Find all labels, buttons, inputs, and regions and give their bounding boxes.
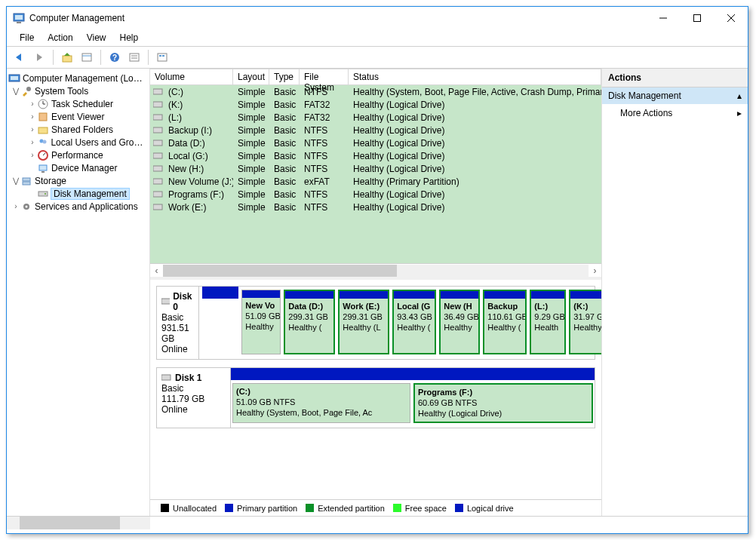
volume-row[interactable]: Programs (F:)SimpleBasicNTFSHealthy (Log… [150,188,601,201]
tree-storage[interactable]: ⋁Storage [7,174,149,187]
svg-rect-33 [23,182,30,185]
col-filesystem[interactable]: File System [300,69,349,85]
app-icon [13,12,25,24]
menu-file[interactable]: File [13,30,41,45]
volume-row[interactable]: New Volume (J:)SimpleBasicexFATHealthy (… [150,175,601,188]
legend-label: Free space [405,504,447,513]
volume-row[interactable]: Backup (I:)SimpleBasicNTFSHealthy (Logic… [150,124,601,136]
tree-root[interactable]: Computer Management (Local) [7,72,149,84]
col-status[interactable]: Status [349,69,601,85]
svg-rect-34 [38,192,48,196]
actions-more[interactable]: More Actions ▸ [602,104,748,122]
maximize-button[interactable] [680,8,714,29]
svg-rect-25 [38,127,48,133]
tree-device-manager[interactable]: Device Manager [7,161,149,174]
perf-icon [37,149,49,161]
svg-point-20 [26,87,31,91]
tree-disk-management[interactable]: Disk Management [7,187,149,200]
svg-rect-19 [11,76,18,80]
col-type[interactable]: Type [269,69,300,85]
toolbar: ? [7,46,748,69]
tree-local-users[interactable]: ›Local Users and Groups [7,136,149,149]
col-volume[interactable]: Volume [150,69,233,85]
up-button[interactable] [59,49,75,66]
back-button[interactable] [11,49,28,66]
properties-button[interactable] [78,49,95,66]
tree-system-tools[interactable]: ⋁System Tools [7,84,149,97]
partition[interactable]: New (H36.49 GBHealthy [439,290,480,354]
menu-view[interactable]: View [80,30,113,45]
svg-point-27 [42,140,46,143]
partition[interactable]: New Vo51.09 GBHealthy [241,290,281,354]
partition[interactable]: Data (D:)299.31 GBHealthy ( [284,290,335,354]
scroll-left-arrow[interactable]: ‹ [150,265,163,277]
volume-row[interactable]: Local (G:)SimpleBasicNTFSHealthy (Logica… [150,149,601,162]
disk-row[interactable]: Disk 1Basic111.79 GBOnline(C:)51.09 GB N… [156,367,595,428]
partition[interactable]: Backup110.61 GBHealthy ( [483,290,527,354]
legend-label: Unallocated [173,504,217,513]
partition[interactable]: Local (G93.43 GBHealthy ( [392,290,436,354]
menu-action[interactable]: Action [41,30,79,45]
svg-rect-7 [63,56,72,62]
volume-row[interactable]: (L:)SimpleBasicFAT32Healthy (Logical Dri… [150,111,601,124]
disk-row[interactable]: Disk 0Basic931.51 GBOnlineNew Vo51.09 GB… [156,286,595,360]
volume-row[interactable]: (K:)SimpleBasicFAT32Healthy (Logical Dri… [150,98,601,111]
volume-row[interactable]: Work (E:)SimpleBasicNTFSHealthy (Logical… [150,201,601,213]
help-button[interactable]: ? [106,49,123,66]
svg-rect-32 [23,178,30,181]
window-title: Computer Management [29,13,124,23]
tree-shared-folders[interactable]: ›Shared Folders [7,123,149,136]
menubar: File Action View Help [7,29,748,46]
legend-swatch [393,504,401,512]
tree-services-apps[interactable]: ›Services and Applications [7,200,149,213]
tree-performance[interactable]: ›Performance [7,149,149,161]
computer-icon [8,72,20,84]
event-icon [37,111,49,123]
volume-row[interactable]: New (H:)SimpleBasicNTFSHealthy (Logical … [150,162,601,175]
svg-rect-45 [153,179,162,184]
svg-rect-43 [153,153,162,158]
tree-hscrollbar[interactable] [7,517,150,529]
forward-button[interactable] [31,49,48,66]
storage-icon [20,175,32,187]
titlebar[interactable]: Computer Management [7,7,748,29]
legend-swatch [161,504,169,512]
svg-rect-48 [161,299,170,304]
content-pane: Volume Layout Type File System Status (C… [150,69,602,516]
partition[interactable]: Work (E:)299.31 GBHealthy (L [338,290,389,354]
partition[interactable]: (C:)51.09 GB NTFSHealthy (System, Boot, … [232,383,410,423]
volume-list-header[interactable]: Volume Layout Type File System Status [150,69,601,85]
actions-pane: Actions Disk Management ▴ More Actions ▸ [602,69,748,516]
partition[interactable]: (L:)9.29 GBHealth [530,290,566,354]
partition[interactable]: (K:)31.97 GHealthy [569,290,601,354]
volume-row[interactable]: (C:)SimpleBasicNTFSHealthy (System, Boot… [150,85,601,98]
tree-task-scheduler[interactable]: ›Task Scheduler [7,97,149,110]
tree-event-viewer[interactable]: ›Event Viewer [7,110,149,123]
legend-label: Primary partition [237,504,297,513]
scroll-thumb[interactable] [163,265,397,277]
scroll-right-arrow[interactable]: › [589,265,601,277]
menu-help[interactable]: Help [113,30,146,45]
nav-tree[interactable]: Computer Management (Local) ⋁System Tool… [7,69,150,516]
settings-button[interactable] [154,49,171,66]
col-layout[interactable]: Layout [233,69,269,85]
svg-rect-38 [153,89,162,94]
svg-rect-39 [153,102,162,107]
services-icon [20,201,32,213]
minimize-button[interactable] [646,8,680,29]
volume-hscrollbar[interactable]: ‹ › [150,263,601,277]
view-list-button[interactable] [126,49,143,66]
disk-graphical-view[interactable]: Disk 0Basic931.51 GBOnlineNew Vo51.09 GB… [150,280,601,499]
tools-icon [20,85,32,97]
partition[interactable]: Programs (F:)60.69 GB NTFSHealthy (Logic… [413,383,593,423]
statusbar [7,517,748,533]
volume-list[interactable]: Volume Layout Type File System Status (C… [150,69,601,280]
volume-row[interactable]: Data (D:)SimpleBasicNTFSHealthy (Logical… [150,136,601,149]
actions-section[interactable]: Disk Management ▴ [602,87,748,104]
svg-rect-15 [158,54,167,61]
close-button[interactable] [714,8,748,29]
svg-rect-8 [82,54,91,61]
computer-management-window: Computer Management File Action View Hel… [6,6,748,534]
svg-text:?: ? [112,54,117,62]
svg-rect-41 [153,127,162,133]
